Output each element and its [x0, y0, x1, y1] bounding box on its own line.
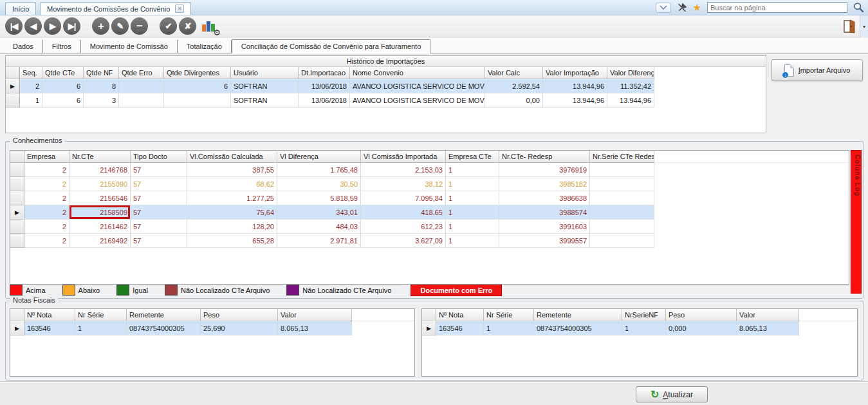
- table-cell[interactable]: 25,690: [201, 321, 278, 335]
- table-cell[interactable]: 8: [84, 79, 119, 93]
- table-cell[interactable]: 163546: [24, 321, 75, 335]
- table-cell[interactable]: 6: [42, 93, 84, 108]
- table-cell[interactable]: 1: [622, 321, 666, 335]
- page-tab-4[interactable]: Totalização: [178, 40, 232, 53]
- table-row[interactable]: 2214676857387,551.765,482.153,0313976919: [10, 163, 849, 177]
- column-header[interactable]: Nr.CTe: [69, 151, 131, 163]
- column-header[interactable]: Valor: [278, 309, 352, 321]
- table-cell[interactable]: 11.352,42: [607, 79, 654, 93]
- unpin-icon[interactable]: [677, 3, 687, 13]
- table-cell[interactable]: 3991603: [499, 220, 590, 234]
- table-cell[interactable]: 2: [24, 163, 69, 177]
- search-input[interactable]: [707, 2, 847, 13]
- table-cell[interactable]: 57: [131, 163, 187, 177]
- table-cell[interactable]: 2: [24, 220, 69, 234]
- column-header[interactable]: Valor Importação: [543, 67, 607, 79]
- table-row[interactable]: 221550905768,6230,5038,1213985182: [10, 177, 849, 191]
- column-header[interactable]: Qtde Divirgentes: [164, 67, 231, 79]
- column-header[interactable]: Empresa CTe: [446, 151, 499, 163]
- table-row[interactable]: ▶221585095775,64343,01418,6513988574: [10, 205, 849, 220]
- table-cell[interactable]: 2158509: [69, 205, 131, 220]
- next-record-button[interactable]: ▶: [44, 17, 61, 35]
- table-cell[interactable]: [590, 191, 654, 205]
- table-cell[interactable]: [119, 79, 164, 93]
- column-header[interactable]: Remetente: [534, 309, 622, 321]
- table-cell[interactable]: 1: [446, 220, 499, 234]
- table-cell[interactable]: 163546: [436, 321, 484, 335]
- table-cell[interactable]: 128,20: [187, 220, 277, 234]
- toolbar-overflow-button[interactable]: ▾: [860, 15, 868, 37]
- table-cell[interactable]: 08743754000305: [534, 321, 622, 335]
- table-row[interactable]: 163SOFTRAN13/06/2018AVANCO LOGISTICA SER…: [6, 93, 654, 108]
- table-cell[interactable]: 2156546: [69, 191, 131, 205]
- column-header[interactable]: Nr.Serie CTe Redesp: [590, 151, 654, 163]
- table-cell[interactable]: 68,62: [187, 177, 277, 191]
- table-cell[interactable]: 57: [131, 234, 187, 248]
- table-cell[interactable]: 3: [84, 93, 119, 108]
- table-cell[interactable]: 13.944,96: [543, 79, 607, 93]
- table-cell[interactable]: 3976919: [499, 163, 590, 177]
- prior-record-button[interactable]: ◀: [24, 17, 42, 35]
- mdi-tab-inicio[interactable]: Início: [5, 2, 36, 15]
- table-cell[interactable]: 3999557: [499, 234, 590, 248]
- table-cell[interactable]: 2: [24, 177, 69, 191]
- table-row[interactable]: 2216146257128,20484,03612,2313991603: [10, 220, 849, 234]
- table-cell[interactable]: 13/06/2018: [299, 79, 350, 93]
- table-cell[interactable]: 484,03: [277, 220, 361, 234]
- table-cell[interactable]: 1: [75, 321, 127, 335]
- page-tab-3[interactable]: Movimento de Comissão: [81, 40, 178, 53]
- table-cell[interactable]: 3988574: [499, 205, 590, 220]
- table-cell[interactable]: 8.065,13: [278, 321, 352, 335]
- table-cell[interactable]: 1: [446, 205, 499, 220]
- table-cell[interactable]: AVANCO LOGISTICA SERVICO DE MOVIMENTACAO: [350, 79, 485, 93]
- table-cell[interactable]: 57: [131, 220, 187, 234]
- table-cell[interactable]: 08743754000305: [127, 321, 201, 335]
- table-cell[interactable]: 5.818,59: [277, 191, 361, 205]
- column-header[interactable]: Tipo Docto: [131, 151, 187, 163]
- column-header[interactable]: Valor Calc: [485, 67, 543, 79]
- coluna-log-side-tab[interactable]: Coluna Log: [851, 150, 862, 294]
- table-cell[interactable]: 2.971,81: [277, 234, 361, 248]
- column-header[interactable]: Dt.Importacao: [299, 67, 350, 79]
- table-cell[interactable]: 2.153,03: [361, 163, 446, 177]
- table-cell[interactable]: 75,64: [187, 205, 277, 220]
- table-cell[interactable]: 1: [446, 191, 499, 205]
- page-tab-5[interactable]: Conciliação de Comissão de Convênio para…: [232, 39, 430, 53]
- table-cell[interactable]: 13/06/2018: [299, 93, 350, 108]
- close-tab-icon[interactable]: ✕: [175, 5, 184, 13]
- table-row[interactable]: ▶16354610874375400030525,6908.065,13: [10, 321, 414, 335]
- table-cell[interactable]: 1: [446, 234, 499, 248]
- favorite-star-icon[interactable]: ★: [693, 3, 701, 12]
- column-header[interactable]: Qtde NF: [84, 67, 119, 79]
- atualizar-button[interactable]: ↻ Atualizar: [636, 386, 708, 402]
- importar-arquivo-button[interactable]: ↓ Importar Arquivo: [771, 59, 863, 81]
- table-cell[interactable]: 30,50: [277, 177, 361, 191]
- column-header[interactable]: Nr Série: [484, 309, 534, 321]
- table-cell[interactable]: 1: [484, 321, 534, 335]
- table-cell[interactable]: 2: [24, 205, 69, 220]
- table-cell[interactable]: 6: [164, 79, 231, 93]
- cancel-button[interactable]: ✘: [179, 17, 196, 35]
- table-cell[interactable]: 387,55: [187, 163, 277, 177]
- table-cell[interactable]: 13.944,96: [607, 93, 654, 108]
- table-cell[interactable]: 1: [446, 163, 499, 177]
- table-cell[interactable]: 57: [131, 177, 187, 191]
- table-cell[interactable]: 2: [24, 191, 69, 205]
- table-cell[interactable]: 1.277,25: [187, 191, 277, 205]
- table-cell[interactable]: 6: [42, 79, 84, 93]
- column-header[interactable]: Empresa: [24, 151, 69, 163]
- table-cell[interactable]: 38,12: [361, 177, 446, 191]
- table-cell[interactable]: 3.627,09: [361, 234, 446, 248]
- column-header[interactable]: Remetente: [127, 309, 201, 321]
- column-header[interactable]: Nr.CTe- Redesp: [499, 151, 590, 163]
- table-row[interactable]: 22156546571.277,255.818,597.095,84139866…: [10, 191, 849, 205]
- confirm-button[interactable]: ✔: [160, 17, 177, 35]
- table-cell[interactable]: 2: [20, 79, 42, 93]
- table-cell[interactable]: 57: [131, 205, 187, 220]
- table-cell[interactable]: 3986638: [499, 191, 590, 205]
- column-header[interactable]: Nº Nota: [24, 309, 75, 321]
- table-cell[interactable]: [590, 205, 654, 220]
- column-header[interactable]: Seq.: [20, 67, 42, 79]
- search-icon[interactable]: [853, 2, 864, 13]
- table-cell[interactable]: [119, 93, 164, 108]
